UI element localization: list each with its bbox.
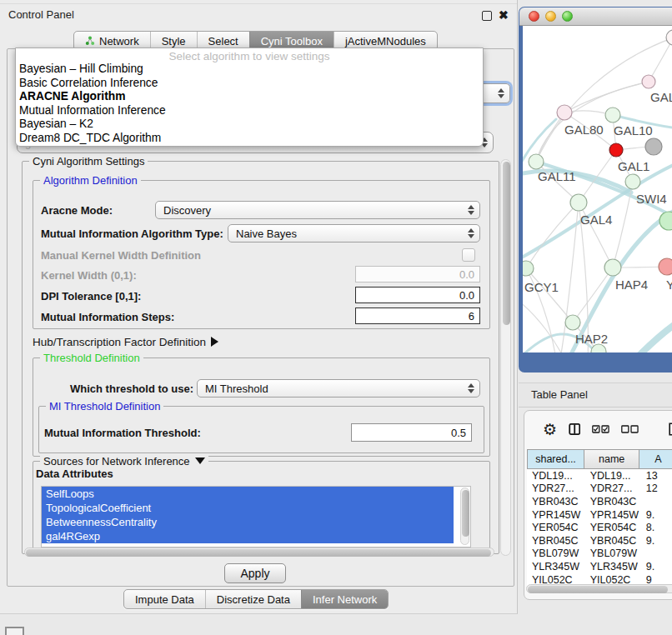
column-header-shared[interactable]: shared... — [527, 449, 584, 469]
network-node-gal1[interactable] — [609, 143, 623, 157]
network-node[interactable] — [666, 30, 672, 45]
table-cell: 9. — [641, 561, 672, 572]
aracne-mode-select[interactable]: Discovery — [155, 201, 480, 219]
node-label: Y — [666, 278, 672, 292]
close-icon[interactable]: ✖ — [499, 9, 509, 21]
tab-impute-data[interactable]: Impute Data — [124, 590, 205, 608]
network-node-hap2[interactable] — [565, 315, 580, 330]
table-row[interactable]: YDR27...YDR27...12 — [527, 482, 672, 496]
column-header-name[interactable]: name — [584, 449, 639, 469]
algorithm-option[interactable]: ARACNE Algorithm — [16, 90, 483, 104]
table-cell: 8. — [641, 522, 672, 533]
scrollbar-thumb[interactable] — [503, 162, 510, 325]
hub-definition-expander[interactable]: Hub/Transcription Factor Definition — [33, 336, 218, 348]
table-row[interactable]: YLR345WYLR345W9. — [527, 560, 672, 573]
tab-infer-network[interactable]: Infer Network — [301, 590, 388, 608]
table-row[interactable]: YER054CYER054C8. — [527, 521, 672, 534]
kernel-width-field[interactable]: 0.0 — [355, 266, 480, 282]
minimize-traffic-light[interactable] — [545, 11, 556, 22]
network-node-swi4[interactable] — [625, 174, 640, 189]
minimized-panel-icon[interactable] — [5, 627, 24, 635]
data-attribute-item[interactable]: gal4RGexp — [42, 529, 454, 543]
which-threshold-select[interactable]: MI Threshold — [197, 379, 480, 398]
table-panel-title: Table Panel — [531, 388, 588, 401]
expand-right-icon — [211, 337, 218, 347]
algorithm-option[interactable]: Bayesian – Hill Climbing — [16, 62, 483, 77]
network-node-gal4[interactable] — [570, 194, 587, 211]
network-node-gal11[interactable] — [529, 154, 544, 169]
scrollbar-thumb[interactable] — [528, 586, 668, 593]
deselect-checkboxes-icon[interactable] — [621, 424, 639, 434]
table-cell: YLR345W — [585, 561, 641, 572]
table-cell: YER054C — [527, 522, 585, 533]
mi-threshold-field[interactable]: 0.5 — [351, 423, 472, 442]
tab-discretize-data[interactable]: Discretize Data — [205, 590, 301, 608]
table-row[interactable]: YBR043CYBR043C — [527, 495, 672, 508]
scrollbar-thumb[interactable] — [26, 549, 491, 557]
network-node-gal10[interactable] — [605, 108, 620, 122]
table-horizontal-scrollbar[interactable] — [526, 584, 672, 593]
network-node[interactable] — [659, 212, 672, 230]
algorithm-option[interactable]: Basic Correlation Inference — [16, 77, 483, 91]
sources-expander[interactable]: Sources for Network Inference — [40, 455, 208, 468]
node-label: GAL80 — [564, 122, 604, 137]
node-label: GAL11 — [538, 169, 576, 183]
which-threshold-value: MI Threshold — [205, 382, 268, 395]
float-window-icon[interactable] — [482, 11, 492, 21]
aracne-mode-value: Discovery — [163, 204, 211, 217]
data-attribute-item[interactable]: TopologicalCoefficient — [42, 501, 454, 515]
apply-button[interactable]: Apply — [224, 563, 286, 583]
table-cell: YLR345W — [527, 561, 585, 572]
mi-type-label: Mutual Information Algorithm Type: — [41, 228, 223, 240]
network-node-hap4[interactable] — [604, 259, 621, 276]
mi-type-value: Naive Bayes — [236, 228, 297, 240]
table-cell: 9. — [641, 535, 672, 547]
network-node-y[interactable] — [659, 258, 672, 275]
zoom-traffic-light[interactable] — [562, 11, 573, 22]
close-traffic-light[interactable] — [529, 11, 539, 22]
select-all-checkboxes-icon[interactable] — [592, 424, 609, 434]
data-attribute-item[interactable]: SelfLoops — [42, 487, 454, 501]
table-cell: 13 — [641, 470, 672, 482]
mi-steps-field[interactable]: 6 — [355, 308, 480, 324]
columns-icon[interactable] — [569, 422, 580, 437]
group-title: Algorithm Definition — [40, 174, 141, 187]
network-node-gal[interactable] — [642, 75, 655, 88]
network-edge — [526, 202, 579, 268]
network-canvas[interactable]: GALGAL80GAL10GAL1GAL11SWI4GAL4GCY1HAP4YH… — [523, 26, 672, 352]
network-node-gal80[interactable] — [557, 105, 572, 120]
network-node-gcy1[interactable] — [523, 261, 534, 276]
table-row[interactable]: YBL079WYBL079W — [527, 548, 672, 561]
table-row[interactable]: YBR045CYBR045C9. — [527, 534, 672, 548]
table-panel-card: ⚙ shared...nameA YDL19...YDL19...13YDR27… — [524, 410, 672, 600]
gear-icon[interactable]: ⚙ — [543, 422, 557, 438]
settings-horizontal-scrollbar[interactable] — [24, 548, 494, 557]
algorithm-option[interactable]: Mutual Information Inference — [16, 104, 483, 118]
settings-vertical-scrollbar[interactable] — [500, 159, 511, 556]
data-attribute-item[interactable]: BetweennessCentrality — [42, 515, 454, 529]
network-window-titlebar[interactable] — [519, 8, 672, 26]
table-cell: YBL079W — [527, 548, 585, 559]
column-header-a[interactable]: A — [639, 449, 672, 469]
network-edge — [649, 38, 672, 82]
algorithm-option[interactable]: Bayesian – K2 — [16, 118, 483, 132]
table-row[interactable]: YPR145WYPR145W9. — [527, 508, 672, 522]
table-cell: YBR045C — [527, 535, 585, 547]
table-row[interactable]: YDL19...YDL19...13 — [527, 469, 672, 482]
mi-algorithm-type-select[interactable]: Naive Bayes — [228, 224, 480, 242]
tab-label: Select — [208, 35, 238, 48]
node-label: GCY1 — [524, 280, 559, 294]
algorithm-option[interactable]: Dream8 DC_TDC Algorithm — [16, 132, 483, 146]
network-edge — [635, 319, 672, 352]
dpi-tolerance-label: DPI Tolerance [0,1]: — [41, 290, 141, 302]
algorithm-select-hint: Select algorithm to view settings — [16, 50, 483, 62]
dpi-tolerance-field[interactable]: 0.0 — [355, 287, 480, 303]
network-node[interactable] — [645, 138, 662, 155]
algorithm-dropdown-popup: Select algorithm to view settings Bayesi… — [15, 48, 484, 147]
list-vertical-scrollbar[interactable] — [460, 488, 469, 545]
document-icon[interactable] — [669, 421, 672, 438]
scrollbar-thumb[interactable] — [462, 490, 469, 537]
tab-label: Impute Data — [135, 593, 194, 606]
table-cell: YBR043C — [585, 496, 641, 508]
manual-kernel-checkbox[interactable] — [462, 248, 475, 262]
